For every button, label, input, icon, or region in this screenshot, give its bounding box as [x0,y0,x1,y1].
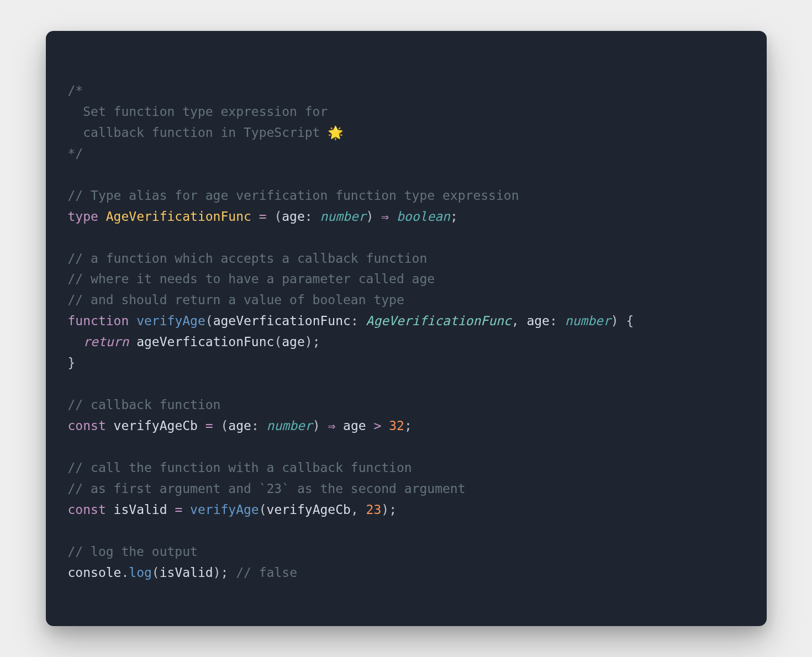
type-alias-name: AgeVerificationFunc [106,209,251,224]
block-comment-line: Set function type expression for [68,104,328,119]
semicolon: ; [221,565,229,580]
comment: // Type alias for age verification funct… [68,188,519,203]
number-type: number [565,314,611,328]
number-type: number [320,209,366,224]
open-paren: ( [220,418,228,433]
code-window: /* Set function type expression for call… [46,31,767,626]
param-name: age [526,314,550,328]
close-paren: ) [366,209,374,224]
equals: = [167,502,191,517]
equals: = [251,209,275,224]
arrow: ⇒ [373,209,397,224]
close-paren: ) [305,335,313,349]
variable-name: verifyAgeCb [114,418,198,433]
open-paren: ( [274,209,282,224]
dot: . [121,565,129,580]
close-paren: ) [313,418,320,433]
console-object: console [68,565,122,580]
block-comment-line: callback function in TypeScript 🌟 [68,125,344,140]
comma: , [512,314,527,328]
comment: // callback function [68,398,221,412]
arrow: ⇒ [320,418,344,433]
close-paren: ) [381,502,389,517]
function-call: verifyAge [190,502,259,517]
comment: // call the function with a callback fun… [68,460,412,475]
const-keyword: const [68,502,106,517]
type-keyword: type [68,209,98,224]
param-name: ageVerficationFunc [213,314,351,328]
block-comment-open: /* [68,83,83,98]
return-keyword: return [83,335,129,349]
log-method: log [129,565,152,580]
comment: // where it needs to have a parameter ca… [68,272,435,286]
comma: , [351,502,366,517]
boolean-type: boolean [397,209,450,224]
comment: // a function which accepts a callback f… [68,251,428,266]
function-name: verifyAge [136,314,205,328]
close-paren: ) [213,565,221,580]
semicolon: ; [389,502,397,517]
variable-name: isValid [114,502,167,517]
const-keyword: const [68,418,106,433]
comment: // log the output [68,544,198,559]
number-literal: 23 [366,502,382,517]
comment: // false [228,565,297,580]
comment: // and should return a value of boolean … [68,293,404,307]
open-paren: ( [274,335,282,349]
custom-type: AgeVerificationFunc [366,314,512,328]
identifier: ageVerficationFunc [136,335,274,349]
open-paren: ( [152,565,160,580]
equals: = [198,418,221,433]
number-type: number [267,418,313,433]
greater-than: > [366,418,389,433]
open-paren: ( [259,502,267,517]
close-paren: ) [611,314,619,328]
argument: verifyAgeCb [267,502,351,517]
code-block: /* Set function type expression for call… [68,81,745,584]
semicolon: ; [404,418,412,433]
identifier: age [343,418,366,433]
function-keyword: function [68,314,129,328]
argument: age [282,335,305,349]
semicolon: ; [313,335,320,349]
block-comment-close: */ [68,146,83,161]
argument: isValid [160,565,213,580]
param-name: age [228,418,251,433]
param-name: age [282,209,305,224]
comment: // as first argument and `23` as the sec… [68,481,466,496]
number-literal: 32 [389,418,404,433]
open-brace: { [619,314,634,328]
close-brace: } [68,356,76,370]
semicolon: ; [450,209,458,224]
open-paren: ( [205,314,213,328]
